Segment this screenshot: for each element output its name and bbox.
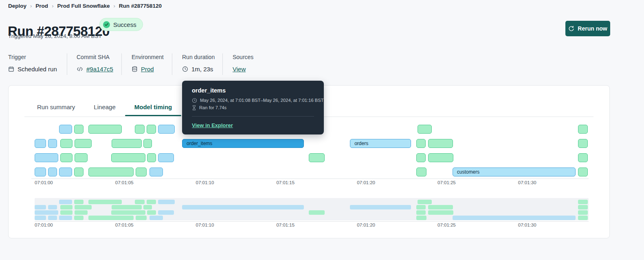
code-icon [77,66,83,72]
meta-divider [172,53,172,75]
model-bar[interactable] [59,125,72,134]
tab-model-timing[interactable]: Model timing [125,101,182,116]
model-bar[interactable] [147,153,156,162]
model-bar[interactable] [578,153,588,162]
breadcrumb-item-prod[interactable]: Prod [35,3,48,9]
overview-brush-area[interactable] [35,198,589,220]
model-bar[interactable] [60,153,73,162]
model-bar[interactable] [416,139,426,148]
model-bar[interactable] [111,153,145,162]
model-bar[interactable] [35,139,46,148]
model-bar-order_items[interactable]: order_items [182,139,304,148]
model-bar[interactable] [136,167,147,176]
meta-value-text[interactable]: #9a147c5 [86,66,113,73]
meta-divider [121,53,122,75]
model-bar[interactable] [74,167,84,176]
model-bar[interactable] [416,167,426,176]
model-bar-customers[interactable]: customers [453,167,576,176]
model-bar[interactable] [35,153,58,162]
meta-label: Commit SHA [77,54,113,60]
breadcrumb-item-deploy[interactable]: Deploy [8,3,26,9]
model-bar[interactable] [578,139,588,148]
breadcrumb-separator: › [30,3,32,9]
model-bar[interactable] [48,139,57,148]
model-bar[interactable] [75,139,92,148]
model-bar[interactable] [578,167,588,176]
model-bar[interactable] [60,139,73,148]
meta-label: Sources [233,54,253,60]
breadcrumb-separator: › [52,3,53,9]
meta-value: View [233,66,253,73]
breadcrumb-item-prod-full-snowflake[interactable]: Prod Full Snowflake [57,3,110,9]
rerun-now-label: Rerun now [578,25,607,32]
clock-icon [192,98,197,103]
tooltip-model-name: order_items [192,87,314,94]
hourglass-icon [192,105,196,110]
model-bar[interactable] [578,125,588,134]
refresh-icon [568,26,574,32]
model-bar-label: order_items [187,141,212,146]
model-bar[interactable] [149,167,163,176]
model-bar[interactable] [428,139,453,148]
model-bar[interactable] [143,139,152,148]
database-icon [132,66,138,72]
meta-label: Run duration [182,54,215,60]
meta-column-trigger: TriggerScheduled run [8,54,57,73]
clock-icon [182,66,188,72]
model-bar[interactable] [416,153,426,162]
meta-divider [67,53,67,75]
meta-label: Trigger [8,54,57,60]
success-check-icon [103,21,110,28]
tab-run-summary[interactable]: Run summary [28,101,84,116]
model-bar[interactable] [147,125,156,134]
meta-column-sources: SourcesView [233,54,253,73]
meta-value-text[interactable]: Prod [141,66,154,73]
model-bar[interactable] [75,153,88,162]
status-badge-label: Success [113,21,136,28]
meta-divider [222,53,223,75]
model-bar[interactable] [112,139,142,148]
status-badge: Success [99,18,143,31]
model-bar[interactable] [59,167,72,176]
meta-column-commit-sha: Commit SHA#9a147c5 [77,54,113,73]
model-bar[interactable] [74,125,84,134]
breadcrumb-separator: › [113,3,115,9]
meta-label: Environment [132,54,164,60]
model-bar[interactable] [428,153,453,162]
breadcrumb-item-run-287758120: Run #287758120 [119,3,162,9]
model-bar-label: orders [354,141,368,146]
model-bar[interactable] [135,125,145,134]
model-bar[interactable] [48,167,57,176]
meta-value: Prod [132,66,164,73]
model-bar[interactable] [88,167,134,176]
tab-lineage[interactable]: Lineage [84,101,125,116]
tooltip-divider [192,116,314,117]
meta-value-text: 1m, 23s [191,66,213,73]
breadcrumb: Deploy›Prod›Prod Full Snowflake›Run #287… [8,3,162,9]
tooltip-duration: Ran for 7.74s [199,105,226,111]
model-bar[interactable] [309,153,325,162]
meta-value: 1m, 23s [182,66,215,73]
meta-column-run-duration: Run duration1m, 23s [182,54,215,73]
meta-value: Scheduled run [8,66,57,73]
model-tooltip: order_items May 26, 2024, at 7:01:08 BST… [182,81,324,134]
model-bar[interactable] [35,167,46,176]
model-bar[interactable] [88,125,122,134]
model-bar[interactable] [158,125,175,134]
rerun-now-button[interactable]: Rerun now [565,21,610,36]
model-bar-orders[interactable]: orders [350,139,411,148]
model-bar-label: customers [457,169,479,175]
model-bar[interactable] [158,153,174,162]
view-in-explorer-link[interactable]: View in Explorer [192,122,233,128]
calendar-icon [8,66,14,72]
meta-value: #9a147c5 [77,66,113,73]
triggered-timestamp: Triggered May 26, 2024, 8:00 AM BST [8,33,102,39]
tooltip-time-range: May 26, 2024, at 7:01:08 BST–May 26, 202… [200,97,324,104]
meta-column-environment: EnvironmentProd [132,54,164,73]
meta-value-text[interactable]: View [233,66,246,73]
model-bar[interactable] [418,125,432,134]
meta-value-text: Scheduled run [18,66,57,73]
